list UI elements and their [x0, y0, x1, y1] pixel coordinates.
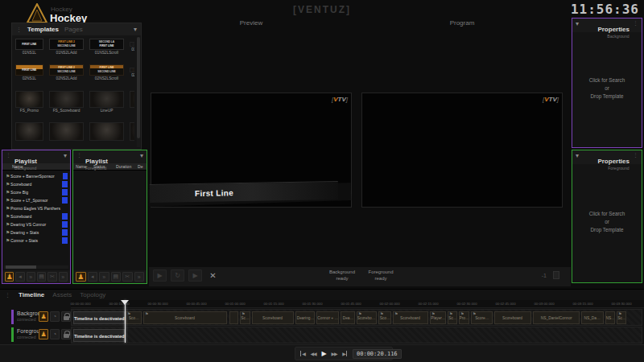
tab-topology[interactable]: Topology: [80, 291, 105, 298]
fast-forward-button[interactable]: ▶▶: [329, 348, 339, 359]
playlist-row[interactable]: ⚑Promo Eagles VS Panthers: [4, 204, 68, 212]
timeline-clip[interactable]: ⚑Sco…: [126, 311, 142, 324]
pin-icon[interactable]: ⋮: [633, 20, 638, 26]
skip-to-end-button[interactable]: ▶: [340, 348, 349, 359]
timeline-clip[interactable]: Dearing…: [295, 311, 315, 324]
template-item[interactable]: FIRST LINE02NS1L: [14, 63, 45, 87]
playlist-row[interactable]: ⚑Score Big: [4, 188, 68, 196]
play-button[interactable]: ▶: [319, 348, 328, 359]
take-button[interactable]: ♟: [39, 311, 48, 322]
template-item[interactable]: FS_Promo: [14, 89, 45, 119]
timeline-clip[interactable]: NS_Da…: [581, 311, 604, 324]
timeline-clip[interactable]: ⚑Score…: [471, 311, 493, 324]
timeline-clip[interactable]: ⚑Scoreboard: [143, 311, 227, 324]
timeline-clip[interactable]: Scoreboard: [252, 311, 294, 324]
timeline-ruler[interactable]: 00:00:00.00000:00:15.00000:00:30.00000:0…: [71, 300, 644, 308]
column-status[interactable]: Status: [93, 164, 112, 168]
timeline-clip[interactable]: NS_DanielConnor: [533, 311, 580, 324]
template-item[interactable]: LineUP: [88, 89, 126, 119]
template-item[interactable]: [14, 121, 45, 147]
skip-to-start-button[interactable]: ◀: [298, 348, 308, 359]
template-item[interactable]: 02NSPlayerInfo: [128, 63, 134, 87]
timer-button[interactable]: ◔: [50, 311, 60, 322]
playlist-row[interactable]: ⚑Scoreboard: [4, 212, 68, 220]
column-duration[interactable]: Duration: [116, 164, 133, 168]
open-folder-button[interactable]: ▤: [111, 272, 122, 282]
timeline-clip[interactable]: ⚑Sco…: [378, 311, 391, 324]
timeline-clip[interactable]: [229, 311, 238, 324]
play-next-button[interactable]: ▶: [188, 269, 202, 282]
template-item[interactable]: FIRST LINE 2SECOND LINE02NS2LAdd: [47, 63, 85, 87]
timeline-clip[interactable]: ⚑Player…: [430, 311, 446, 324]
template-item[interactable]: [128, 121, 134, 147]
lock-button[interactable]: [61, 329, 71, 339]
more-button[interactable]: »: [134, 272, 145, 282]
foreground-track[interactable]: Timeline is deactivated: [71, 327, 642, 343]
template-item[interactable]: [88, 121, 126, 147]
open-folder-button[interactable]: ▤: [37, 272, 46, 282]
playlist-hscrollbar[interactable]: [4, 265, 68, 269]
rewind-button[interactable]: ◀◀: [308, 348, 318, 359]
tab-pages[interactable]: Pages: [64, 26, 83, 33]
template-item[interactable]: FIRST LINE01NS1L: [14, 37, 45, 61]
drop-template-hint[interactable]: Click for SearchorDrop Template: [572, 76, 642, 101]
playlist-row[interactable]: ⚑Dearing + Stats: [4, 228, 68, 237]
column-name[interactable]: Name: [12, 164, 23, 168]
playlist-row[interactable]: ⚑Score + BannerSponsor: [4, 172, 68, 180]
background-track[interactable]: Timeline is deactivated ⚑Sco…⚑Scoreboard…: [71, 309, 642, 326]
tab-templates[interactable]: Templates: [27, 26, 59, 33]
template-item[interactable]: 01NSPlayerInfo: [128, 37, 134, 61]
template-item[interactable]: SECOND LAFIRST LINE01NS2LScroll: [88, 37, 126, 61]
playhead-handle[interactable]: [121, 300, 129, 305]
playhead-line[interactable]: [125, 300, 126, 343]
grip-icon[interactable]: ⋮: [5, 292, 10, 298]
cut-button[interactable]: ✂: [47, 272, 56, 282]
take-button[interactable]: ♟: [39, 329, 48, 339]
offset-button[interactable]: [553, 271, 559, 279]
play-button[interactable]: ▶: [153, 269, 167, 282]
playlist-row[interactable]: ⚑Dearing VS Connor: [4, 220, 68, 228]
timeline-clip[interactable]: ⚑Sc…: [448, 311, 457, 324]
loop-button[interactable]: ↻: [171, 269, 184, 282]
timeline-clip[interactable]: Connor + …: [316, 311, 339, 324]
cut-button[interactable]: ✂: [122, 272, 133, 282]
skip-button[interactable]: »: [27, 272, 35, 282]
timeline-clip[interactable]: ⚑Pro…: [459, 311, 469, 324]
take-button[interactable]: ♟: [5, 272, 14, 282]
chevron-down-icon[interactable]: ▾: [576, 20, 579, 27]
column-name[interactable]: Name: [76, 164, 89, 168]
chevron-down-icon[interactable]: ▾: [140, 152, 143, 159]
template-item[interactable]: FIRST LINE 2SECOND LINE01NS2LAdd: [47, 37, 85, 61]
timer-button[interactable]: ◔: [50, 329, 60, 339]
scrollbar-thumb[interactable]: [6, 265, 36, 269]
clear-button[interactable]: ✕: [206, 269, 220, 282]
playlist-row[interactable]: ⚑Connor + Stats: [4, 237, 68, 245]
timeline-clip[interactable]: ⚑Scorebo…: [357, 311, 377, 324]
column-de[interactable]: De: [138, 164, 145, 168]
playlist-row[interactable]: ⚑Scoreboard: [4, 180, 68, 188]
grip-icon[interactable]: ⋮: [16, 27, 22, 32]
chevron-down-icon[interactable]: ▾: [64, 152, 67, 159]
grip-icon[interactable]: ⋮: [76, 152, 82, 158]
timeline-clip[interactable]: ⚑Scoreboard: [393, 311, 428, 324]
playlist-row[interactable]: ⚑Score + LT_Sponsor: [4, 196, 68, 204]
more-button[interactable]: »: [59, 272, 68, 282]
back-button[interactable]: ◂: [88, 272, 98, 282]
template-item[interactable]: [47, 121, 85, 147]
timeline-clip[interactable]: ⚑Sc…: [240, 311, 250, 324]
timeline-clip[interactable]: NS…: [605, 311, 615, 324]
chevron-down-icon[interactable]: ▾: [576, 152, 579, 159]
templates-scrollbar[interactable]: [137, 37, 140, 147]
grip-icon[interactable]: ⋮: [6, 152, 11, 158]
template-item[interactable]: FS_Scoreboard: [47, 89, 85, 119]
template-item[interactable]: FIRST LINESECOND LINE02NS2LScroll: [88, 63, 126, 87]
tab-timeline[interactable]: Timeline: [19, 291, 44, 298]
drop-template-hint[interactable]: Click for SearchorDrop Template: [572, 210, 642, 234]
back-button[interactable]: ◂: [15, 272, 24, 282]
lock-button[interactable]: [61, 311, 71, 322]
scrollbar-thumb[interactable]: [137, 37, 140, 138]
template-item[interactable]: PB_Both: [128, 89, 134, 119]
chevron-down-icon[interactable]: ▾: [134, 26, 137, 33]
take-button[interactable]: ♟: [76, 272, 86, 282]
pin-icon[interactable]: ⋮: [633, 152, 638, 158]
